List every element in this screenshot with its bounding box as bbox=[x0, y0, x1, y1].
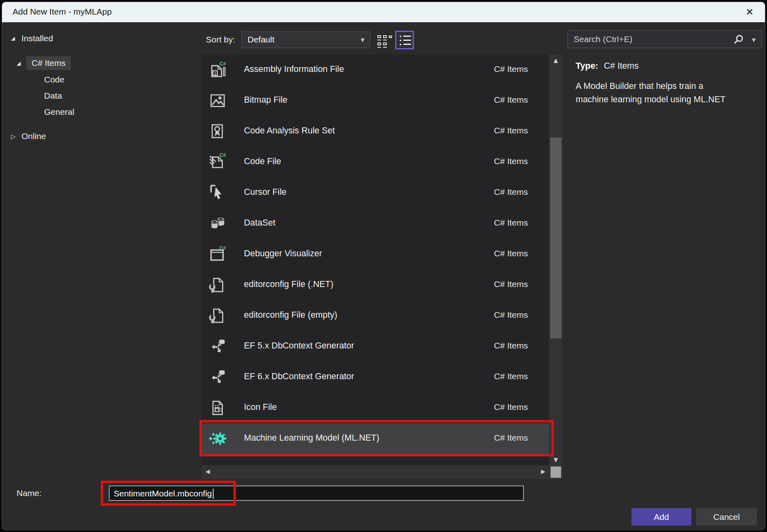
list-item-group: C# Items bbox=[494, 433, 528, 443]
vertical-scrollbar-thumb[interactable] bbox=[550, 137, 561, 338]
list-view-button-selected[interactable] bbox=[395, 31, 414, 49]
list-item-code-file[interactable]: C# Code FileC# Items bbox=[202, 147, 549, 177]
cursor-icon bbox=[208, 184, 227, 202]
assembly-info-icon: C# bbox=[208, 61, 227, 79]
list-item-group: C# Items bbox=[494, 249, 528, 258]
partial-item-icon bbox=[208, 460, 227, 465]
tree-item-general[interactable]: General bbox=[44, 107, 74, 117]
ml-model-icon bbox=[208, 429, 227, 448]
scroll-up-icon[interactable]: ▲ bbox=[549, 57, 563, 63]
list-item-label: Assembly Information File bbox=[244, 64, 344, 74]
svg-text:C#: C# bbox=[220, 245, 226, 251]
icon-file-icon bbox=[208, 399, 227, 417]
list-item-icon-file[interactable]: Icon FileC# Items bbox=[202, 393, 549, 423]
list-item-label: editorconfig File (.NET) bbox=[244, 279, 333, 289]
chevron-down-icon: ▼ bbox=[361, 37, 364, 43]
editorconfig-icon bbox=[208, 306, 227, 325]
scroll-right-icon[interactable]: ▶ bbox=[541, 468, 545, 475]
list-item-label: EF 6.x DbContext Generator bbox=[244, 372, 354, 382]
code-file-icon: C# bbox=[208, 153, 227, 171]
list-item-machine-learning-model-ml-net[interactable]: Machine Learning Model (ML.NET)C# Items bbox=[202, 423, 549, 454]
expander-collapsed-icon[interactable]: ▷ bbox=[11, 133, 16, 140]
list-item-label: Machine Learning Model (ML.NET) bbox=[244, 433, 379, 443]
list-item-group: C# Items bbox=[494, 341, 528, 350]
debugger-visualizer-icon: C# bbox=[208, 245, 227, 264]
expander-expanded-icon[interactable]: ◢ bbox=[17, 60, 21, 66]
dataset-icon bbox=[208, 214, 227, 233]
grid-view-icon bbox=[377, 34, 392, 46]
bitmap-icon bbox=[208, 91, 227, 110]
chevron-down-icon[interactable]: ▼ bbox=[752, 37, 756, 43]
svg-text:C#: C# bbox=[220, 153, 226, 158]
list-item-assembly-information-file[interactable]: C# Assembly Information FileC# Items bbox=[202, 55, 549, 85]
list-item-group: C# Items bbox=[494, 402, 528, 412]
svg-text:C#: C# bbox=[220, 61, 226, 67]
ef-generator-icon bbox=[208, 368, 227, 386]
list-item-label: EF 5.x DbContext Generator bbox=[244, 341, 354, 351]
ef-generator-icon bbox=[208, 337, 227, 356]
scrollbar-corner bbox=[549, 465, 563, 479]
list-item-label: DataSet bbox=[244, 218, 275, 228]
list-item-bitmap-file[interactable]: Bitmap FileC# Items bbox=[202, 85, 549, 116]
expander-expanded-icon[interactable]: ◢ bbox=[11, 35, 15, 41]
type-value: C# Items bbox=[604, 61, 639, 71]
sort-by-value: Default bbox=[248, 35, 275, 44]
scroll-left-icon[interactable]: ◀ bbox=[206, 468, 210, 475]
list-item-cursor-file[interactable]: Cursor FileC# Items bbox=[202, 177, 549, 208]
list-item-label: Icon File bbox=[244, 402, 277, 412]
list-item-label: Bitmap File bbox=[244, 95, 288, 105]
name-value: SentimentModel.mbconfig bbox=[114, 489, 212, 498]
horizontal-scrollbar[interactable]: ◀ ▶ bbox=[202, 465, 549, 479]
name-input[interactable]: SentimentModel.mbconfig bbox=[109, 486, 524, 501]
search-input[interactable]: Search (Ctrl+E) ▼ bbox=[568, 30, 762, 48]
template-description: A Model Builder that helps train a machi… bbox=[576, 80, 746, 106]
add-new-item-dialog: Add New Item - myMLApp ✕ ◢ Installed ◢ C… bbox=[2, 2, 765, 530]
list-item-label: Code File bbox=[244, 156, 281, 167]
list-item-group: C# Items bbox=[494, 187, 528, 197]
tree-item-installed[interactable]: Installed bbox=[21, 34, 53, 43]
titlebar: Add New Item - myMLApp ✕ bbox=[2, 2, 765, 22]
type-label: Type: bbox=[576, 61, 598, 71]
list-item-label: editorconfig File (empty) bbox=[244, 310, 337, 320]
sort-by-label: Sort by: bbox=[206, 35, 235, 44]
list-item-label: Debugger Visualizer bbox=[244, 249, 322, 259]
list-item-code-analysis-rule-set[interactable]: Code Analysis Rule SetC# Items bbox=[202, 116, 549, 147]
list-item-label: Cursor File bbox=[244, 187, 286, 197]
list-item-group: C# Items bbox=[494, 279, 528, 289]
list-item-group: C# Items bbox=[494, 126, 528, 135]
small-icons-view-button[interactable] bbox=[375, 32, 394, 49]
list-item-group: C# Items bbox=[494, 95, 528, 105]
list-item-dataset[interactable]: DataSetC# Items bbox=[202, 208, 549, 239]
cancel-button[interactable]: Cancel bbox=[696, 508, 757, 526]
tree-item-code[interactable]: Code bbox=[44, 75, 64, 84]
list-item-group: C# Items bbox=[494, 64, 528, 74]
rule-set-icon bbox=[208, 122, 227, 141]
list-item-ef-6-x-dbcontext-generator[interactable]: EF 6.x DbContext GeneratorC# Items bbox=[202, 362, 549, 393]
list-item-label: Code Analysis Rule Set bbox=[244, 126, 335, 136]
tree-item-csharp-items[interactable]: C# Items bbox=[26, 56, 71, 70]
list-item-partial[interactable] bbox=[202, 454, 549, 465]
description-line: A Model Builder that helps train a bbox=[576, 80, 746, 93]
list-item-group: C# Items bbox=[494, 372, 528, 381]
scroll-down-icon[interactable]: ▼ bbox=[549, 456, 563, 463]
editorconfig-icon bbox=[208, 276, 227, 294]
list-item-group: C# Items bbox=[494, 310, 528, 320]
name-label: Name: bbox=[17, 488, 42, 498]
dialog-title: Add New Item - myMLApp bbox=[13, 7, 112, 17]
description-line: machine learning model using ML.NET bbox=[576, 93, 746, 106]
list-item-debugger-visualizer[interactable]: C# Debugger VisualizerC# Items bbox=[202, 239, 549, 270]
tree-item-data[interactable]: Data bbox=[44, 91, 62, 101]
vertical-scrollbar[interactable]: ▲ ▼ bbox=[549, 55, 563, 465]
close-icon[interactable]: ✕ bbox=[743, 6, 756, 19]
list-item-editorconfig-file-empty[interactable]: editorconfig File (empty)C# Items bbox=[202, 300, 549, 331]
search-placeholder: Search (Ctrl+E) bbox=[574, 34, 632, 44]
list-item-ef-5-x-dbcontext-generator[interactable]: EF 5.x DbContext GeneratorC# Items bbox=[202, 331, 549, 362]
add-button[interactable]: Add bbox=[631, 508, 691, 526]
list-item-editorconfig-file-net[interactable]: editorconfig File (.NET)C# Items bbox=[202, 270, 549, 300]
search-icon[interactable] bbox=[733, 34, 744, 45]
list-item-group: C# Items bbox=[494, 218, 528, 228]
template-list: C# Assembly Information FileC# Items Bit… bbox=[202, 55, 549, 465]
tree-item-online[interactable]: Online bbox=[21, 131, 46, 141]
list-item-group: C# Items bbox=[494, 156, 528, 166]
sort-by-dropdown[interactable]: Default ▼ bbox=[242, 32, 370, 48]
